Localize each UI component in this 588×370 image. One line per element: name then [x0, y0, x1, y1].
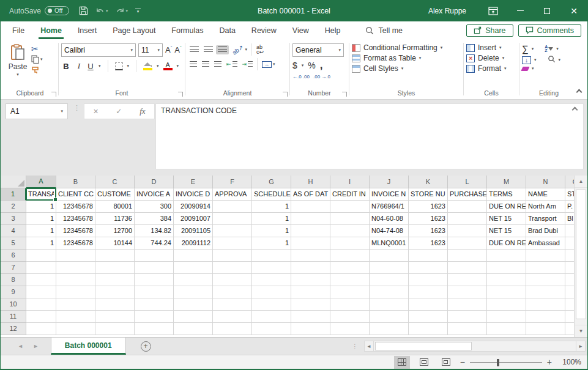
cell-M5[interactable]: DUE ON RECEIPT: [487, 237, 526, 250]
autosum-button[interactable]: ∑: [522, 43, 529, 54]
column-header-J[interactable]: J: [370, 176, 409, 188]
cell-J6[interactable]: [370, 250, 409, 262]
cell-L12[interactable]: [448, 323, 487, 335]
cell-E2[interactable]: 20090914: [174, 201, 213, 213]
scroll-up-icon[interactable]: ▲: [575, 176, 587, 188]
cell-E3[interactable]: 20091007: [174, 213, 213, 225]
align-left-button[interactable]: [188, 60, 199, 69]
top-align-button[interactable]: [188, 45, 201, 54]
borders-dropdown-icon[interactable]: ▾: [127, 64, 130, 68]
cell-H4[interactable]: [291, 225, 330, 237]
cell-A1[interactable]: TRANSACTION CODE: [26, 188, 56, 201]
cell-K4[interactable]: 1623: [409, 225, 448, 237]
cell-K12[interactable]: [409, 323, 448, 335]
tab-splitter[interactable]: ⋮: [352, 345, 358, 348]
bottom-align-button[interactable]: [216, 45, 229, 54]
cell-A8[interactable]: [26, 274, 56, 286]
cell-L5[interactable]: [448, 237, 487, 250]
row-header-7[interactable]: 7: [1, 262, 26, 274]
cell-G8[interactable]: [252, 274, 291, 286]
cell-L9[interactable]: [448, 286, 487, 298]
cell-N6[interactable]: [526, 250, 565, 262]
cell-N1[interactable]: NAME: [526, 188, 565, 201]
cell-E11[interactable]: [174, 311, 213, 323]
collapse-formula-bar-button[interactable]: [572, 107, 578, 113]
cell-E6[interactable]: [174, 250, 213, 262]
copy-dropdown-icon[interactable]: ▾: [40, 57, 43, 62]
borders-button[interactable]: [115, 62, 123, 70]
cell-M1[interactable]: TERMS: [487, 188, 526, 201]
underline-button[interactable]: U: [87, 62, 94, 71]
cell-H10[interactable]: [291, 298, 330, 311]
cell-F11[interactable]: [213, 311, 252, 323]
cell-D3[interactable]: 384: [135, 213, 174, 225]
cell-H5[interactable]: [291, 237, 330, 250]
enter-button[interactable]: ✓: [116, 107, 122, 116]
cell-N9[interactable]: [526, 286, 565, 298]
cell-H6[interactable]: [291, 250, 330, 262]
cell-C3[interactable]: 11736: [95, 213, 135, 225]
cell-F4[interactable]: [213, 225, 252, 237]
increase-decimal-button[interactable]: ←.0 .00: [292, 74, 310, 80]
zoom-in-button[interactable]: +: [547, 357, 552, 367]
decrease-decimal-button[interactable]: .00 →.0: [313, 74, 330, 80]
currency-button[interactable]: $: [292, 61, 297, 70]
row-header-2[interactable]: 2: [1, 201, 26, 213]
cell-A7[interactable]: [26, 262, 56, 274]
column-header-N[interactable]: N: [526, 176, 565, 188]
delete-cells-button[interactable]: Delete ▾: [466, 54, 507, 62]
cell-K10[interactable]: [409, 298, 448, 311]
cell-G11[interactable]: [252, 311, 291, 323]
cell-M2[interactable]: DUE ON RECEIPT: [487, 201, 526, 213]
column-header-L[interactable]: L: [448, 176, 487, 188]
cell-E4[interactable]: 20091105: [174, 225, 213, 237]
horizontal-scroll-thumb[interactable]: [375, 342, 472, 350]
tab-file[interactable]: File: [4, 21, 32, 39]
cell-L8[interactable]: [448, 274, 487, 286]
cell-C5[interactable]: 10144: [95, 237, 135, 250]
undo-button[interactable]: ▾: [95, 7, 108, 15]
zoom-out-button[interactable]: −: [460, 357, 465, 367]
cell-F6[interactable]: [213, 250, 252, 262]
cell-C1[interactable]: CUSTOME: [95, 188, 135, 201]
tab-formulas[interactable]: Formulas: [163, 21, 211, 39]
cell-L10[interactable]: [448, 298, 487, 311]
cell-C8[interactable]: [95, 274, 135, 286]
vertical-scroll-thumb[interactable]: [576, 190, 586, 319]
cell-H9[interactable]: [291, 286, 330, 298]
format-painter-button[interactable]: [31, 66, 43, 76]
tab-review[interactable]: Review: [244, 21, 285, 39]
cell-H2[interactable]: [291, 201, 330, 213]
cell-I11[interactable]: [330, 311, 370, 323]
cell-B9[interactable]: [56, 286, 95, 298]
close-button[interactable]: ✕: [560, 0, 587, 21]
tell-me[interactable]: Tell me: [365, 26, 403, 35]
cell-D1[interactable]: INVOICE A: [135, 188, 174, 201]
cell-D2[interactable]: 300: [135, 201, 174, 213]
cell-E12[interactable]: [174, 323, 213, 335]
autosave-switch[interactable]: Off: [45, 6, 69, 15]
cell-K9[interactable]: [409, 286, 448, 298]
font-dialog-launcher[interactable]: [178, 92, 183, 97]
cell-B1[interactable]: CLIENT CC: [56, 188, 95, 201]
vertical-scrollbar[interactable]: ▲ ▼: [574, 176, 587, 337]
cell-A10[interactable]: [26, 298, 56, 311]
cell-D4[interactable]: 134.82: [135, 225, 174, 237]
column-header-K[interactable]: K: [409, 176, 448, 188]
cell-A2[interactable]: 1: [26, 201, 56, 213]
formula-input[interactable]: TRANSACTION CODE: [155, 103, 584, 169]
format-cells-button[interactable]: Format ▾: [466, 64, 507, 73]
alignment-dialog-launcher[interactable]: [283, 92, 288, 97]
cell-L11[interactable]: [448, 311, 487, 323]
format-as-table-button[interactable]: Format as Table ▾: [352, 54, 442, 62]
zoom-level[interactable]: 100%: [558, 358, 581, 366]
column-header-G[interactable]: G: [252, 176, 291, 188]
cell-K2[interactable]: 1623: [409, 201, 448, 213]
select-all-corner[interactable]: [1, 176, 26, 188]
currency-dropdown-icon[interactable]: ▾: [302, 63, 304, 68]
user-name[interactable]: Alex Ruppe: [428, 7, 466, 15]
cell-J10[interactable]: [370, 298, 409, 311]
cell-C11[interactable]: [95, 311, 135, 323]
cell-C7[interactable]: [95, 262, 135, 274]
cell-I6[interactable]: [330, 250, 370, 262]
